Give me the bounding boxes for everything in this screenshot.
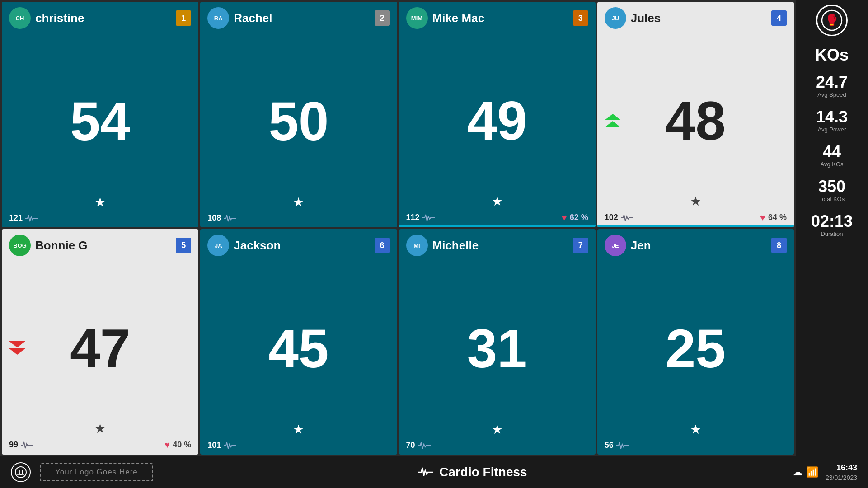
heart-pct-value: 40 % xyxy=(173,440,191,450)
trend-up-icon xyxy=(605,114,621,127)
score-area: 25 ★ xyxy=(605,260,787,437)
star-icon: ★ xyxy=(94,195,106,210)
card-bottom-bar xyxy=(399,225,596,227)
cardio-icon xyxy=(418,466,433,479)
player-name: Jen xyxy=(631,239,767,253)
player-card-6: JA Jackson 6 45 ★ 101 xyxy=(200,229,397,455)
bottom-logo-icon: U xyxy=(11,462,31,482)
player-avatar: JE xyxy=(605,235,626,256)
big-score: 49 xyxy=(467,94,527,148)
sidebar-avg-kos: 44 Avg KOs xyxy=(796,140,868,171)
card-footer: 99 ♥ 40 % xyxy=(9,440,191,450)
sidebar-kos-section: KOs xyxy=(796,43,868,67)
sidebar-avg-power-label: Avg Power xyxy=(796,126,868,133)
player-name: Jules xyxy=(631,11,767,25)
score-area: 31 ★ xyxy=(406,260,588,437)
punch-count: 56 xyxy=(605,441,629,450)
card-footer: 56 xyxy=(605,441,787,450)
bottom-right: ☁ 📶 16:43 23/01/2023 xyxy=(793,462,857,483)
clock-date: 16:43 23/01/2023 xyxy=(826,462,857,483)
punch-count-value: 121 xyxy=(9,213,23,223)
punch-count: 70 xyxy=(406,441,431,450)
punch-count: 102 xyxy=(605,213,633,222)
player-avatar: MI xyxy=(406,235,428,256)
score-area: 50 ★ xyxy=(207,33,389,210)
big-score: 47 xyxy=(70,321,130,375)
card-header: RA Rachel 2 xyxy=(207,7,389,29)
card-footer: 101 xyxy=(207,441,389,450)
card-footer: 102 ♥ 64 % xyxy=(605,212,787,223)
card-bottom-bar xyxy=(597,225,794,227)
wifi-icon: 📶 xyxy=(806,466,818,478)
player-name: Jackson xyxy=(234,239,370,253)
sidebar-avg-kos-value: 44 xyxy=(796,144,868,160)
star-icon: ★ xyxy=(293,195,304,210)
right-sidebar: 🥊 KOs 24.7 Avg Speed 14.3 Avg Power 44 A… xyxy=(796,0,868,456)
punch-count: 101 xyxy=(207,441,236,450)
big-score: 50 xyxy=(268,94,328,148)
player-avatar: JU xyxy=(605,7,626,29)
sidebar-total-kos-value: 350 xyxy=(796,178,868,195)
player-avatar: MIM xyxy=(406,7,428,29)
player-card-4: JU Jules 4 48 ★ 102 ♥ 64 % xyxy=(597,2,794,227)
card-header: CH christine 1 xyxy=(9,7,191,29)
card-header: JE Jen 8 xyxy=(605,235,787,256)
heart-pct-value: 62 % xyxy=(570,213,588,222)
card-header: MI Michelle 7 xyxy=(406,235,588,256)
sidebar-avg-power-value: 14.3 xyxy=(796,109,868,125)
cloud-icon: ☁ xyxy=(793,466,802,478)
player-card-8: JE Jen 8 25 ★ 56 xyxy=(597,229,794,455)
punch-svg xyxy=(224,214,236,223)
heart-icon: ♥ xyxy=(164,440,170,450)
punch-svg xyxy=(616,441,629,450)
sidebar-total-kos-label: Total KOs xyxy=(796,196,868,202)
sidebar-kos-label: KOs xyxy=(796,47,868,63)
big-score: 54 xyxy=(70,94,130,148)
star-icon: ★ xyxy=(492,194,503,209)
trend-down-icon xyxy=(9,341,25,355)
punch-svg xyxy=(621,213,633,222)
player-grid: CH christine 1 54 ★ 121 RA Ra xyxy=(0,0,796,456)
card-footer: 70 xyxy=(406,441,588,450)
sidebar-avg-speed-value: 24.7 xyxy=(796,74,868,90)
player-name: Mike Mac xyxy=(432,11,568,25)
app-name: Cardio Fitness xyxy=(439,465,527,479)
rank-badge: 2 xyxy=(375,10,390,26)
logo-placeholder: Your Logo Goes Here xyxy=(40,463,153,481)
player-name: Rachel xyxy=(234,11,370,25)
sidebar-avg-speed-label: Avg Speed xyxy=(796,91,868,98)
card-header: JU Jules 4 xyxy=(605,7,787,29)
punch-count: 112 xyxy=(406,213,435,222)
punch-count-value: 101 xyxy=(207,441,221,450)
sidebar-total-kos: 350 Total KOs xyxy=(796,175,868,206)
player-avatar: BOG xyxy=(9,235,31,256)
heart-rate: ♥ 40 % xyxy=(164,440,191,450)
score-area: 47 ★ xyxy=(9,260,191,436)
punch-count: 99 xyxy=(9,440,33,450)
sidebar-avg-speed: 24.7 Avg Speed xyxy=(796,70,868,102)
card-header: BOG Bonnie G 5 xyxy=(9,235,191,256)
punch-count: 108 xyxy=(207,213,236,223)
punch-count-value: 112 xyxy=(406,213,420,222)
sidebar-avg-power: 14.3 Avg Power xyxy=(796,105,868,136)
player-name: Bonnie G xyxy=(35,239,171,253)
rank-badge: 1 xyxy=(176,10,191,26)
sidebar-avg-kos-label: Avg KOs xyxy=(796,161,868,168)
player-card-3: MIM Mike Mac 3 49 ★ 112 ♥ 62 % xyxy=(399,2,596,227)
rank-badge: 4 xyxy=(771,10,787,26)
star-icon: ★ xyxy=(94,421,106,436)
big-score: 25 xyxy=(666,321,726,375)
score-area: 48 ★ xyxy=(605,33,787,209)
card-header: MIM Mike Mac 3 xyxy=(406,7,588,29)
time-display: 16:43 xyxy=(826,462,857,474)
heart-pct-value: 64 % xyxy=(768,213,787,222)
rank-badge: 6 xyxy=(375,238,390,253)
player-card-2: RA Rachel 2 50 ★ 108 xyxy=(200,2,397,227)
score-area: 54 ★ xyxy=(9,33,191,210)
star-icon: ★ xyxy=(690,422,701,437)
punch-count-value: 108 xyxy=(207,213,221,223)
big-score: 45 xyxy=(268,321,328,375)
player-avatar: CH xyxy=(9,7,31,29)
punch-svg xyxy=(418,441,431,450)
heart-icon: ♥ xyxy=(760,212,765,223)
